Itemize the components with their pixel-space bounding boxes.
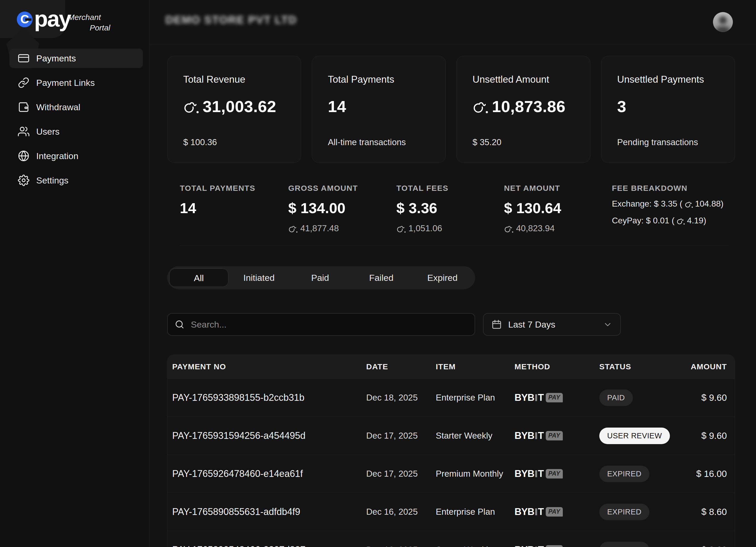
users-icon [18,126,29,137]
pay-tag: PAY [546,545,563,547]
sidebar-nav: Payments Payment Links Withdrawal Users … [9,49,143,190]
payment-amount: $ 16.00 [678,469,727,479]
summary-total-payments: TOTAL PAYMENTS 14 [180,184,288,233]
summary-total-fees: TOTAL FEES $ 3.36 1,051.06 [396,184,504,233]
payment-amount: $ 8.60 [678,545,727,547]
stat-card-total-revenue: Total Revenue 31,003.62 $ 100.36 [167,56,301,163]
pay-tag: PAY [546,431,563,440]
summary-label: TOTAL PAYMENTS [180,184,288,193]
status-badge: EXPIRED [599,542,649,547]
stat-card-number: 3 [617,97,626,116]
sidebar-item-label: Payment Links [36,78,95,88]
user-avatar[interactable] [713,12,733,32]
payment-no: PAY-1765890855631-adfdb4f9 [172,506,366,517]
bybit-pay-logo: BYBT PAY [515,544,599,547]
table-row[interactable]: PAY-1765926478460-e14ea61f Dec 17, 2025 … [167,455,735,493]
summary-label: NET AMOUNT [504,184,612,193]
summary-value: 14 [180,199,196,217]
lkr-currency-icon [288,225,298,233]
col-item: ITEM [436,362,515,371]
payment-amount: $ 9.60 [678,392,727,403]
sidebar: C pay Merchant Portal Payments Payment L… [0,0,149,547]
sidebar-item-payment-links[interactable]: Payment Links [9,73,143,92]
stat-card-value: 14 [328,97,431,116]
bybit-i-bar [535,508,537,515]
sidebar-item-integration[interactable]: Integration [9,146,143,166]
summary-lkr-value: 40,823.94 [504,223,612,233]
table-header-row: PAYMENT NO DATE ITEM METHOD STATUS AMOUN… [167,355,735,379]
brand-tagline: Merchant Portal [67,12,110,33]
date-range-dropdown[interactable]: Last 7 Days [483,313,621,336]
sidebar-item-users[interactable]: Users [9,122,143,141]
search-icon [175,319,185,329]
status-filter-tabs: All Initiated Paid Failed Expired [167,266,475,289]
brand-logo-text: pay [34,6,71,32]
payment-item: Starter Weekly [436,545,515,547]
bybit-pay-logo: BYBT PAY [515,430,599,441]
status-badge: EXPIRED [599,504,649,520]
tab-expired[interactable]: Expired [412,273,473,283]
lkr-currency-icon [396,225,406,233]
top-header: DEMO STORE PVT LTD [149,0,756,44]
search-box[interactable] [167,313,475,336]
bybit-pay-logo: BYBT PAY [515,392,599,403]
stat-card-sub: All-time transactions [328,137,431,147]
payment-amount: $ 8.60 [678,507,727,517]
credit-card-icon [18,52,29,64]
tab-all[interactable]: All [169,269,228,287]
link-icon [18,77,29,88]
bybit-i-bar [535,470,537,477]
stat-card-sub: $ 35.20 [473,137,575,147]
logo-letter: C [20,13,29,25]
tagline-line1: Merchant [67,12,110,23]
sidebar-item-label: Integration [36,151,78,161]
table-row[interactable]: PAY-1765933898155-b2ccb31b Dec 18, 2025 … [167,379,735,417]
payment-date: Dec 16, 2025 [366,545,436,547]
stat-card-total-payments: Total Payments 14 All-time transactions [312,56,446,163]
stat-card-label: Unsettled Amount [473,74,575,85]
sidebar-item-payments[interactable]: Payments [9,49,143,68]
pay-tag: PAY [546,507,563,517]
sidebar-item-label: Settings [36,175,69,186]
summary-fee-breakdown: FEE BREAKDOWN Exchange: $ 3.35 ( 104.88)… [612,184,735,233]
summary-label: FEE BREAKDOWN [612,184,735,193]
lkr-currency-icon [676,218,685,225]
wallet-icon [18,101,29,113]
tab-failed[interactable]: Failed [351,273,412,283]
sidebar-item-settings[interactable]: Settings [9,171,143,190]
gear-icon [18,175,29,186]
lkr-currency-icon [473,101,488,114]
summary-label: GROSS AMOUNT [288,184,396,193]
col-method: METHOD [515,362,599,371]
payment-date: Dec 18, 2025 [366,393,436,403]
table-row[interactable]: PAY-1765890855631-adfdb4f9 Dec 16, 2025 … [167,493,735,531]
summary-strip: TOTAL PAYMENTS 14 GROSS AMOUNT $ 134.00 … [180,184,735,233]
date-range-label: Last 7 Days [508,319,597,330]
stat-card-unsettled-amount: Unsettled Amount 10,873.86 $ 35.20 [456,56,590,163]
status-badge: USER REVIEW [599,428,670,444]
table-row[interactable]: PAY-1765890548466-2207d837 Dec 16, 2025 … [167,531,735,547]
summary-value: $ 3.36 [396,199,437,217]
payment-item: Enterprise Plan [436,393,515,403]
sidebar-item-withdrawal[interactable]: Withdrawal [9,97,143,117]
summary-net-amount: NET AMOUNT $ 130.64 40,823.94 [504,184,612,233]
table-row[interactable]: PAY-1765931594256-a454495d Dec 17, 2025 … [167,417,735,455]
fee-breakdown-ceypay: CeyPay: $ 0.01 ( 4.19) [612,215,735,226]
tab-paid[interactable]: Paid [290,273,351,283]
col-payment-no: PAYMENT NO [172,362,366,371]
lkr-currency-icon [504,225,513,233]
stat-card-number: 10,873.86 [492,97,565,116]
stat-card-label: Unsettled Payments [617,74,720,85]
status-badge: EXPIRED [599,466,649,482]
payment-item: Starter Weekly [436,431,515,441]
lkr-currency-icon [685,201,693,208]
payment-no: PAY-1765933898155-b2ccb31b [172,392,366,403]
stat-cards: Total Revenue 31,003.62 $ 100.36 Total P… [167,56,735,163]
stat-card-value: 10,873.86 [473,97,575,116]
merchant-name-title: DEMO STORE PVT LTD [165,14,297,26]
globe-icon [18,150,29,162]
stat-card-value: 3 [617,97,720,116]
tab-initiated[interactable]: Initiated [228,273,290,283]
search-input[interactable] [190,319,468,330]
payment-date: Dec 17, 2025 [366,469,436,479]
